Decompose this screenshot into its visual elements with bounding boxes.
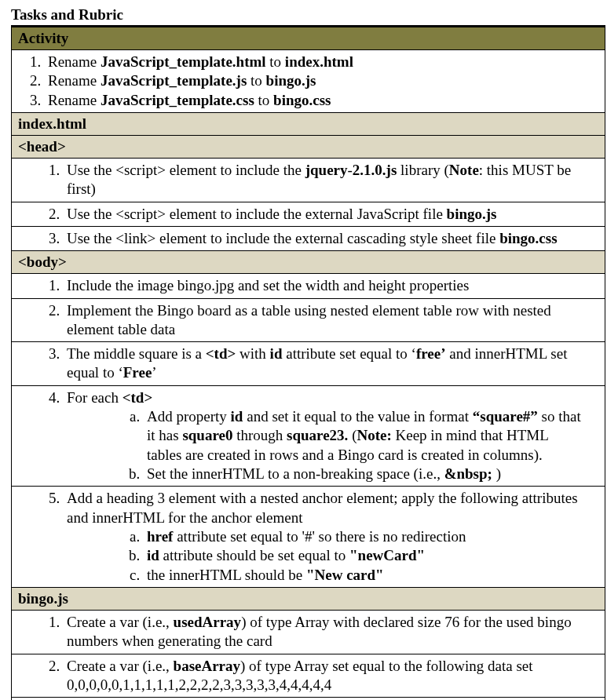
- body-item-4: For each <td> Add property id and set it…: [12, 385, 605, 487]
- page-title: Tasks and Rubric: [11, 6, 605, 24]
- body-item-1: Include the image bingo.jpg and set the …: [12, 274, 605, 298]
- head-item-2: Use the <script> element to include the …: [12, 202, 605, 226]
- activity-item: Rename JavaScript_template.css to bingo.…: [45, 91, 598, 110]
- activity-list: Rename JavaScript_template.html to index…: [18, 53, 598, 110]
- body-item-3: The middle square is a <td> with id attr…: [12, 342, 605, 386]
- head-item-3: Use the <link> element to include the ex…: [12, 226, 605, 250]
- activity-item: Rename JavaScript_template.html to index…: [45, 53, 598, 71]
- head-item-1: Use the <script> element to include the …: [12, 158, 605, 202]
- activity-item: Rename JavaScript_template.js to bingo.j…: [45, 71, 598, 90]
- rubric-document: Tasks and Rubric Activity Rename JavaScr…: [6, 6, 605, 700]
- body-item-2: Implement the Bingo board as a table usi…: [12, 298, 605, 342]
- body-item-5: Add a heading 3 element with a nested an…: [12, 487, 605, 588]
- section-bingo-js: bingo.js: [12, 587, 605, 610]
- activity-list-cell: Rename JavaScript_template.html to index…: [12, 50, 605, 113]
- section-index-html: index.html: [12, 112, 605, 135]
- section-body: <body>: [12, 251, 605, 274]
- bingo-item-3: Create a global var (i.e., number) initi…: [12, 698, 605, 700]
- section-activity: Activity: [12, 27, 605, 50]
- section-head: <head>: [12, 135, 605, 158]
- bingo-item-1: Create a var (i.e., usedArray) of type A…: [12, 610, 605, 654]
- rubric-table: Activity Rename JavaScript_template.html…: [11, 25, 605, 700]
- bingo-item-2: Create a var (i.e., baseArray) of type A…: [12, 654, 605, 698]
